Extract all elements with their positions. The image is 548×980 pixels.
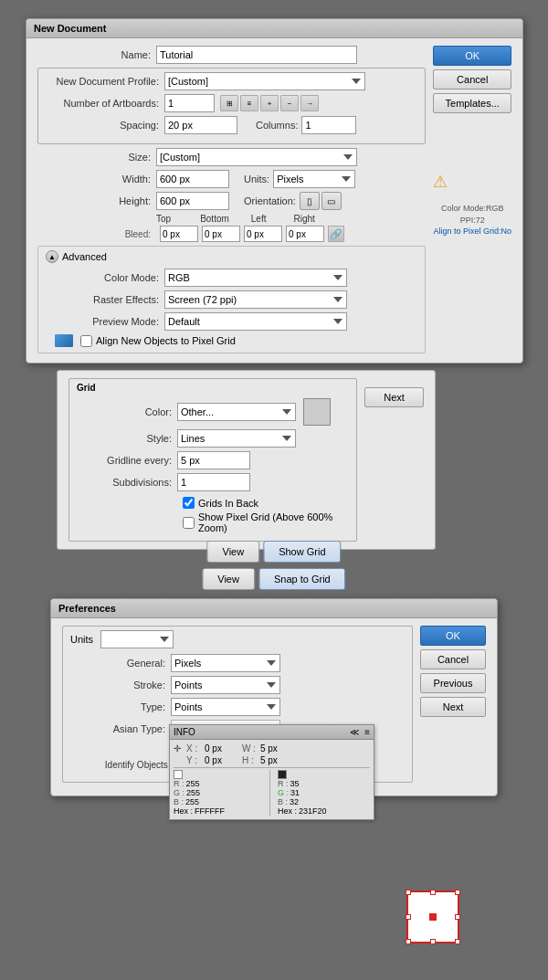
ok-button[interactable]: OK xyxy=(433,46,511,66)
warning-icon: ⚠ xyxy=(433,172,511,192)
bleed-right-label: Right xyxy=(294,214,315,224)
prefs-type-label: Type: xyxy=(70,701,171,712)
grid-color-dropdown[interactable]: Other... xyxy=(177,403,296,421)
name-label: Name: xyxy=(37,49,156,60)
prefs-stroke-label: Stroke: xyxy=(70,680,171,690)
gridline-label: Gridline every: xyxy=(77,455,177,466)
x-value: 0 px xyxy=(205,743,222,753)
bleed-left-label: Left xyxy=(251,214,267,224)
bleed-bottom-label: Bottom xyxy=(200,214,229,224)
units-category-dropdown[interactable] xyxy=(100,630,174,648)
prefs-previous-button[interactable]: Previous xyxy=(420,673,486,693)
artboards-label: Number of Artboards: xyxy=(46,98,164,109)
view-show-grid-button[interactable]: View xyxy=(206,541,259,563)
corner-tl xyxy=(406,890,411,895)
artboards-input[interactable] xyxy=(164,94,215,112)
raster-effects-dropdown[interactable]: Screen (72 ppi) xyxy=(164,290,347,309)
prefs-title: Preferences xyxy=(58,603,116,614)
subdivisions-input[interactable] xyxy=(177,473,250,491)
corner-tm xyxy=(430,890,436,895)
prefs-next-button[interactable]: Next xyxy=(420,697,486,717)
spacing-input[interactable] xyxy=(164,116,237,134)
bleed-label: Bleed: xyxy=(37,229,156,239)
preview-square xyxy=(406,890,461,945)
cancel-button[interactable]: Cancel xyxy=(433,69,511,90)
info-title: INFO xyxy=(174,727,195,737)
pixel-grid-icon xyxy=(55,334,73,347)
artboard-row-icon[interactable]: ≡ xyxy=(240,95,258,111)
bleed-right-input[interactable] xyxy=(286,226,324,242)
right-hex-value: 231F20 xyxy=(299,806,327,816)
left-g-label: G : xyxy=(174,788,184,797)
left-b-label: B : xyxy=(174,797,184,806)
width-label: Width: xyxy=(37,174,156,184)
columns-input[interactable] xyxy=(301,116,356,134)
ppi-info: PPI:72 xyxy=(433,215,511,227)
grids-in-back-checkbox[interactable] xyxy=(183,497,195,509)
units-dropdown[interactable]: Pixels xyxy=(273,170,355,188)
left-color-swatch xyxy=(174,770,183,779)
left-r-value: 255 xyxy=(186,779,200,788)
crosshair-icon: ✛ xyxy=(174,743,186,753)
grid-style-dropdown[interactable]: Lines xyxy=(177,429,296,448)
prefs-cancel-button[interactable]: Cancel xyxy=(420,649,486,669)
corner-bm xyxy=(430,939,436,944)
artboard-remove-icon[interactable]: − xyxy=(280,95,299,111)
bleed-lock-button[interactable]: 🔗 xyxy=(328,226,344,242)
view-snap-grid-button[interactable]: View xyxy=(202,568,255,590)
units-fieldset-title: Units xyxy=(70,634,93,645)
profile-dropdown[interactable]: [Custom] xyxy=(164,72,365,90)
y-label: Y : xyxy=(186,755,203,765)
show-grid-button[interactable]: Show Grid xyxy=(263,541,341,563)
prefs-general-label: General: xyxy=(70,658,171,669)
raster-effects-label: Raster Effects: xyxy=(46,294,164,305)
align-pixel-grid-checkbox[interactable] xyxy=(80,335,92,347)
corner-br xyxy=(455,939,460,944)
right-b-value: 32 xyxy=(290,797,299,806)
prefs-type-dropdown[interactable]: Points xyxy=(171,698,280,716)
snap-to-grid-button[interactable]: Snap to Grid xyxy=(258,568,346,590)
name-input[interactable] xyxy=(156,46,357,64)
prefs-ok-button[interactable]: OK xyxy=(420,626,486,646)
artboard-arrow-icon[interactable]: → xyxy=(300,95,319,111)
grid-next-button[interactable]: Next xyxy=(364,387,424,407)
prefs-general-dropdown[interactable]: Pixels xyxy=(171,654,280,672)
advanced-expand-button[interactable]: ▲ xyxy=(46,250,58,263)
bleed-left-input[interactable] xyxy=(244,226,282,242)
artboard-grid-icon[interactable]: ⊞ xyxy=(220,95,238,111)
left-r-label: R : xyxy=(174,779,184,788)
bleed-bottom-input[interactable] xyxy=(202,226,240,242)
right-hex-label: Hex : xyxy=(278,806,297,816)
preview-mode-dropdown[interactable]: Default xyxy=(164,312,347,331)
corner-mr xyxy=(455,914,460,920)
bleed-top-input[interactable] xyxy=(160,226,198,242)
grid-color-swatch[interactable] xyxy=(303,398,331,426)
grid-color-label: Color: xyxy=(77,406,177,417)
width-input[interactable] xyxy=(156,170,229,188)
right-g-label: G : xyxy=(278,788,289,797)
height-input[interactable] xyxy=(156,192,229,210)
height-label: Height: xyxy=(37,195,156,206)
grid-fieldset-legend: Grid xyxy=(77,383,349,393)
preview-mode-label: Preview Mode: xyxy=(46,316,164,327)
prefs-stroke-dropdown[interactable]: Points xyxy=(171,676,280,694)
info-menu-btn[interactable]: ≡ xyxy=(364,727,370,737)
show-pixel-grid-checkbox[interactable] xyxy=(183,517,195,529)
color-mode-info: Color Mode:RGB xyxy=(433,203,511,215)
portrait-button[interactable]: ▯ xyxy=(300,192,320,210)
size-dropdown[interactable]: [Custom] xyxy=(156,148,357,166)
templates-button[interactable]: Templates... xyxy=(433,93,511,113)
prefs-asian-label: Asian Type: xyxy=(70,723,171,734)
landscape-button[interactable]: ▭ xyxy=(321,192,342,210)
info-collapse-btn[interactable]: ≪ xyxy=(350,727,359,737)
artboard-add-icon[interactable]: + xyxy=(260,95,279,111)
units-label: Units: xyxy=(244,174,269,184)
gridline-input[interactable] xyxy=(177,451,250,469)
left-hex-label: Hex : xyxy=(174,806,193,816)
dialog-title: New Document xyxy=(34,23,106,34)
color-mode-dropdown[interactable]: RGB xyxy=(164,269,347,287)
right-r-value: 35 xyxy=(290,779,300,788)
view-buttons-container: View Show Grid View Snap to Grid xyxy=(202,541,345,590)
corner-bl xyxy=(406,939,411,944)
w-value: 5 px xyxy=(260,743,278,753)
